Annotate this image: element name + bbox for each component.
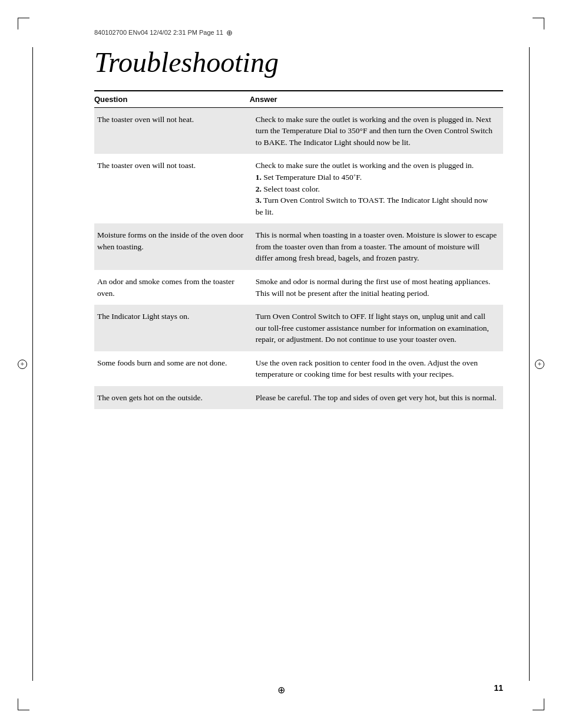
- column-answer: Answer: [250, 91, 503, 108]
- content-area: Troubleshooting Question Answer The toas…: [94, 47, 503, 468]
- header-crosshair: [226, 28, 234, 37]
- page-container: 840102700 ENv04 12/4/02 2:31 PM Page 11 …: [0, 0, 562, 728]
- page-number: 11: [494, 683, 503, 693]
- table-cell-answer: Smoke and odor is normal during the firs…: [250, 270, 503, 305]
- table-row: An odor and smoke comes from the toaster…: [94, 270, 503, 305]
- side-mark-left: [18, 360, 27, 369]
- table-body: The toaster oven will not heat.Check to …: [94, 107, 503, 409]
- table-header: Question Answer: [94, 91, 503, 108]
- table-row: The Indicator Light stays on.Turn Oven C…: [94, 305, 503, 351]
- table-cell-question: Moisture forms on the inside of the oven…: [94, 223, 250, 270]
- table-cell-question: An odor and smoke comes from the toaster…: [94, 270, 250, 305]
- table-cell-answer: Use the oven rack position to center foo…: [250, 351, 503, 386]
- reg-circle-left: [18, 360, 27, 369]
- corner-mark-bottom-right: [533, 699, 544, 710]
- troubleshoot-table: Question Answer The toaster oven will no…: [94, 90, 503, 410]
- table-row: Some foods burn and some are not done.Us…: [94, 351, 503, 386]
- column-question: Question: [94, 91, 250, 108]
- reg-circle-right: [535, 360, 544, 369]
- bottom-crosshair: ⊕: [277, 684, 285, 696]
- table-cell-answer: Check to make sure the outlet is working…: [250, 154, 503, 223]
- table-cell-question: The oven gets hot on the outside.: [94, 386, 250, 410]
- table-header-row: Question Answer: [94, 91, 503, 108]
- side-line-left: [32, 47, 33, 681]
- table-row: The oven gets hot on the outside.Please …: [94, 386, 503, 410]
- corner-mark-top-right: [533, 18, 544, 29]
- table-row: Moisture forms on the inside of the oven…: [94, 223, 503, 270]
- file-info: 840102700 ENv04 12/4/02 2:31 PM Page 11: [94, 29, 223, 36]
- corner-mark-top-left: [18, 18, 29, 29]
- file-header: 840102700 ENv04 12/4/02 2:31 PM Page 11: [94, 28, 234, 37]
- table-row: The toaster oven will not toast.Check to…: [94, 154, 503, 223]
- table-cell-question: The Indicator Light stays on.: [94, 305, 250, 351]
- corner-mark-bottom-left: [18, 699, 29, 710]
- page-title: Troubleshooting: [94, 47, 503, 78]
- table-cell-question: The toaster oven will not toast.: [94, 154, 250, 223]
- table-cell-question: The toaster oven will not heat.: [94, 107, 250, 154]
- table-cell-question: Some foods burn and some are not done.: [94, 351, 250, 386]
- table-cell-answer: Turn Oven Control Switch to OFF. If ligh…: [250, 305, 503, 351]
- table-cell-answer: This is normal when toasting in a toaste…: [250, 223, 503, 270]
- table-cell-answer: Check to make sure the outlet is working…: [250, 107, 503, 154]
- table-cell-answer: Please be careful. The top and sides of …: [250, 386, 503, 410]
- side-line-right: [529, 47, 530, 681]
- side-mark-right: [535, 360, 544, 369]
- table-row: The toaster oven will not heat.Check to …: [94, 107, 503, 154]
